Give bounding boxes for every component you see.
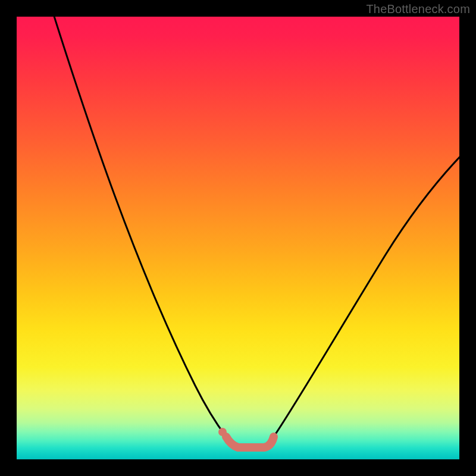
plot-area	[17, 17, 459, 459]
valley-curve-left	[52, 17, 226, 437]
trough-marker	[226, 437, 274, 447]
valley-curve-right	[274, 148, 459, 437]
chart-frame: TheBottleneck.com	[0, 0, 476, 476]
trough-dot-icon	[218, 428, 227, 436]
curve-overlay	[17, 17, 459, 459]
watermark-label: TheBottleneck.com	[366, 2, 470, 16]
